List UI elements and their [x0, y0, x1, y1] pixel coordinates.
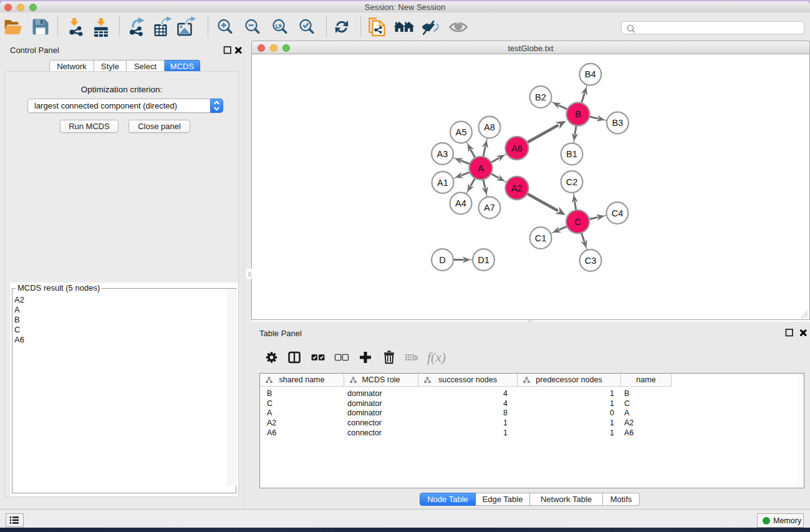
svg-text:B: B — [575, 109, 581, 119]
svg-text:B4: B4 — [585, 69, 596, 79]
svg-text:A8: A8 — [484, 122, 495, 132]
svg-text:B2: B2 — [535, 92, 546, 102]
svg-text:B3: B3 — [612, 118, 624, 128]
svg-text:A: A — [478, 163, 484, 173]
svg-text:B1: B1 — [566, 149, 577, 159]
svg-text:D1: D1 — [478, 255, 489, 265]
svg-text:A5: A5 — [456, 127, 467, 137]
svg-text:A6: A6 — [511, 143, 523, 153]
svg-text:f(x): f(x) — [427, 350, 446, 365]
svg-text:C1: C1 — [535, 233, 547, 243]
svg-text:A7: A7 — [484, 203, 495, 213]
svg-text:A1: A1 — [437, 178, 448, 188]
svg-text:C4: C4 — [612, 208, 624, 218]
svg-text:D: D — [439, 255, 446, 265]
svg-text:C2: C2 — [566, 177, 578, 187]
svg-text:A3: A3 — [437, 149, 448, 159]
svg-text:C3: C3 — [585, 256, 597, 266]
svg-text:A2: A2 — [511, 183, 523, 193]
svg-text:A4: A4 — [455, 198, 466, 208]
svg-text:C: C — [574, 217, 581, 227]
